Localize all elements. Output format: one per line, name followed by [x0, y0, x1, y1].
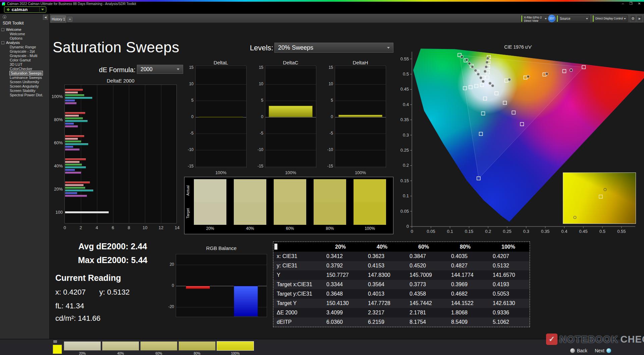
add-tab-button[interactable]: +: [67, 17, 72, 22]
tree-item-label: Screen Angularity: [10, 84, 39, 89]
filmstrip-swatch-20%[interactable]: [64, 341, 101, 351]
tree-expander-icon[interactable]: -: [1, 28, 4, 31]
sidebar-item-grayscale-multi[interactable]: Grayscale - Multi: [0, 54, 50, 58]
de-formula-dropdown[interactable]: 2000: [137, 65, 183, 74]
swatch-actual: [194, 179, 226, 202]
axis-tick-label: 0.3: [403, 133, 409, 138]
axis-tick-label: 0.2: [403, 163, 409, 168]
sidebar-item-dynamic-range[interactable]: Dynamic Range: [0, 45, 50, 49]
swatch-level-label: 100%: [354, 226, 386, 231]
filmstrip-label: 80%: [178, 352, 216, 355]
gridline: [196, 68, 246, 68]
window-titlebar: Calman 2022 Calman Ultimate for Business…: [0, 2, 644, 6]
current-y-value: y: 0.5132: [99, 288, 130, 297]
table-header-cell: 40%: [363, 244, 405, 250]
table-cell: 8.1754: [405, 319, 446, 325]
display-control-dropdown[interactable]: Direct Display Control: [592, 15, 628, 22]
axis-tick-label: 40%: [45, 163, 63, 168]
axis-tick-label: 0: [253, 114, 263, 119]
tree-expander-icon[interactable]: -: [1, 41, 4, 44]
deltae-bar: [65, 187, 85, 189]
table-cell: 3.4099: [322, 310, 363, 316]
sidebar-item-colorchecker[interactable]: ColorChecker: [0, 67, 50, 71]
filmstrip-swatch-60%[interactable]: [140, 341, 177, 351]
sidebar-item-options[interactable]: Options: [0, 36, 50, 41]
back-button[interactable]: Back: [577, 348, 587, 353]
cie-target-square: [599, 195, 603, 198]
tree-item-label: Dynamic Range: [10, 45, 36, 49]
axis-tick-label: 20: [164, 262, 174, 267]
sidebar-item-welcome[interactable]: Welcome: [0, 32, 50, 36]
axis-tick-label: 0.5: [403, 71, 409, 77]
max-de2000-value: Max dE2000: 5.44: [66, 255, 160, 265]
cie-measured-point: [486, 57, 489, 60]
swatch-level-label: 80%: [314, 226, 346, 231]
table-row-label: Target y:CIE31: [273, 291, 322, 297]
sidebar-item-3d-lut[interactable]: 3D LUT: [0, 62, 50, 67]
sidebar-item-saturation-sweeps[interactable]: Saturation Sweeps: [0, 71, 50, 75]
minimize-button[interactable]: –: [620, 2, 626, 5]
deltae-bar: [65, 146, 73, 148]
filmstrip-swatch-40%[interactable]: [102, 341, 139, 351]
deltae-bar: [65, 161, 79, 163]
filmstrip-swatch-100%[interactable]: [217, 341, 254, 351]
next-button[interactable]: Next: [595, 348, 604, 353]
table-cell: 147.8300: [363, 272, 405, 278]
meter-dropdown[interactable]: X-Rite i1Pro 2 Direct View: [521, 15, 548, 22]
deltae-bar: [65, 164, 82, 166]
deltae-bar: [65, 149, 79, 151]
sidebar-item-spectral-power-dist-[interactable]: Spectral Power Dist.: [0, 93, 50, 97]
chevron-down-icon: [177, 68, 179, 70]
gridline: [81, 85, 81, 223]
deltae-bar: [65, 94, 84, 96]
sidebar-item-welcome[interactable]: -Welcome: [0, 28, 50, 32]
table-cell: 145.7009: [405, 272, 446, 278]
swatch-target: [314, 202, 346, 225]
tree-item-label: ColorChecker: [10, 67, 32, 71]
axis-tick-label: 0: [323, 114, 333, 119]
current-x-value: x: 0.4207: [55, 288, 86, 297]
axis-tick-label: 15: [253, 65, 263, 70]
table-cell: 2.1781: [405, 310, 446, 316]
sidebar-item-grayscale-2pt[interactable]: Grayscale - 2pt: [0, 49, 50, 54]
cie-measured-point: [471, 65, 474, 68]
axis-tick-label: 0.35: [541, 229, 549, 234]
tab-history-1[interactable]: History 1: [51, 15, 66, 23]
maximize-button[interactable]: ❐: [628, 2, 634, 5]
gridline: [196, 101, 246, 101]
panel-expand-button[interactable]: ▶: [637, 15, 643, 22]
display-control-status-bar: [593, 15, 594, 22]
table-row-label: y: CIE31: [273, 263, 322, 269]
filmstrip-swatch-80%[interactable]: [178, 341, 216, 351]
cie-measured-point: [527, 75, 529, 78]
swatch-target: [354, 202, 386, 225]
levels-dropdown[interactable]: 20% Sweeps: [274, 43, 393, 53]
close-button[interactable]: ✕: [636, 2, 642, 5]
calman-menu-button[interactable]: ❖ calman: [4, 6, 46, 13]
record-icon[interactable]: ●: [3, 15, 6, 19]
table-cell: 5.1062: [488, 319, 530, 325]
meter-count-badge: 237: [548, 15, 555, 22]
sidebar-item-screen-stability[interactable]: Screen Stability: [0, 89, 50, 93]
source-dropdown[interactable]: Source: [556, 15, 590, 22]
sidebar-item-screen-angularity[interactable]: Screen Angularity: [0, 84, 50, 89]
settings-gear-button[interactable]: ⚙: [630, 15, 636, 22]
patch-window-icon[interactable]: [53, 340, 57, 343]
axis-tick-label: 12: [156, 225, 166, 230]
axis-tick-label: 0: [407, 224, 409, 229]
gridline: [196, 134, 246, 134]
de-formula-value: 2000: [141, 66, 177, 72]
sidebar-item-color-gamut[interactable]: Color Gamut: [0, 58, 50, 62]
table-cell: 0.4153: [363, 263, 405, 269]
table-row-label: Target Y: [273, 300, 322, 306]
axis-tick-label: 4: [92, 225, 102, 230]
sidebar-item-analysis[interactable]: -Analysis: [0, 41, 50, 45]
gridline: [265, 134, 316, 134]
sidebar-collapse-button[interactable]: ◀: [43, 15, 48, 20]
sidebar-item-screen-uniformity[interactable]: Screen Uniformity: [0, 80, 50, 84]
cie-measured-point: [461, 55, 463, 58]
sidebar-item-luminance-sweeps[interactable]: Luminance Sweeps: [0, 75, 50, 80]
table-cell: 0.4358: [405, 291, 446, 297]
axis-tick-label: 80%: [45, 117, 63, 122]
tree-group-label: Analysis: [6, 41, 20, 45]
